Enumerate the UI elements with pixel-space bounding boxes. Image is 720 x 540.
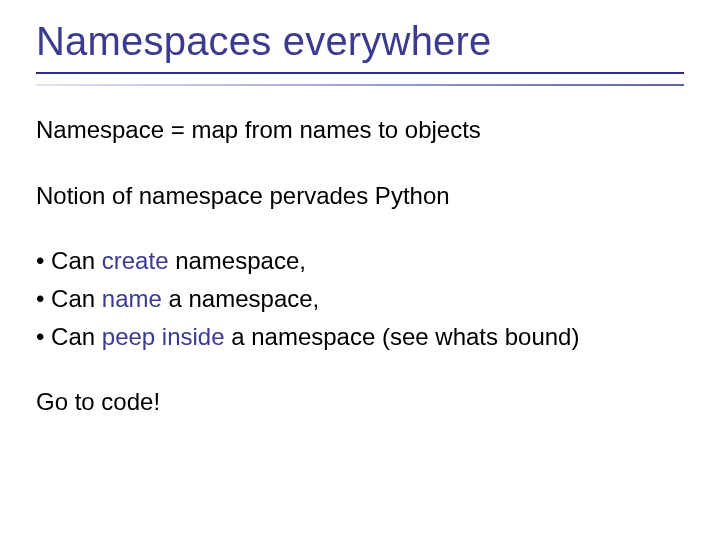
bullet-emph: name	[102, 285, 162, 312]
bullet-emph: create	[102, 247, 169, 274]
title-underline-accent	[36, 84, 684, 86]
slide: Namespaces everywhere Namespace = map fr…	[0, 0, 720, 540]
intro-paragraph-2: Notion of namespace pervades Python	[36, 180, 684, 212]
bullet-post: namespace,	[168, 247, 305, 274]
slide-title: Namespaces everywhere	[36, 18, 684, 74]
slide-body: Namespace = map from names to objects No…	[36, 114, 684, 418]
list-item: Can create namespace,	[36, 245, 684, 277]
list-item: Can peep inside a namespace (see whats b…	[36, 321, 684, 353]
bullet-pre: Can	[51, 247, 102, 274]
bullet-emph: peep inside	[102, 323, 225, 350]
bullet-pre: Can	[51, 323, 102, 350]
list-item: Can name a namespace,	[36, 283, 684, 315]
bullet-pre: Can	[51, 285, 102, 312]
intro-paragraph-1: Namespace = map from names to objects	[36, 114, 684, 146]
bullet-post: a namespace,	[162, 285, 319, 312]
bullet-list: Can create namespace, Can name a namespa…	[36, 245, 684, 352]
bullet-post: a namespace (see whats bound)	[225, 323, 580, 350]
closing-paragraph: Go to code!	[36, 386, 684, 418]
